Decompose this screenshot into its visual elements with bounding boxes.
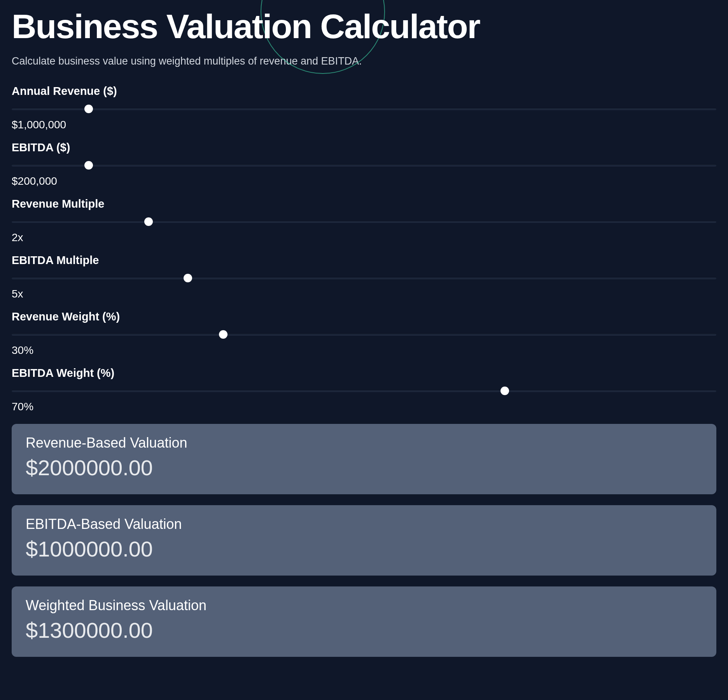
slider-thumb[interactable] bbox=[219, 330, 228, 339]
weighted-valuation-card: Weighted Business Valuation $1300000.00 bbox=[12, 586, 716, 657]
revenue-weight-group: Revenue Weight (%) 30% bbox=[12, 310, 716, 357]
ebitda-based-valuation-label: EBITDA-Based Valuation bbox=[26, 516, 702, 532]
slider-track bbox=[12, 108, 716, 110]
revenue-multiple-value: 2x bbox=[12, 231, 716, 244]
ebitda-weight-value: 70% bbox=[12, 401, 716, 413]
revenue-based-valuation-label: Revenue-Based Valuation bbox=[26, 435, 702, 451]
revenue-multiple-group: Revenue Multiple 2x bbox=[12, 198, 716, 244]
ebitda-multiple-group: EBITDA Multiple 5x bbox=[12, 254, 716, 300]
ebitda-multiple-value: 5x bbox=[12, 288, 716, 300]
ebitda-multiple-slider[interactable] bbox=[12, 274, 716, 282]
slider-thumb[interactable] bbox=[500, 387, 509, 395]
page-description: Calculate business value using weighted … bbox=[12, 55, 716, 67]
ebitda-label: EBITDA ($) bbox=[12, 141, 716, 154]
annual-revenue-slider[interactable] bbox=[12, 105, 716, 113]
revenue-multiple-slider[interactable] bbox=[12, 217, 716, 226]
ebitda-slider[interactable] bbox=[12, 161, 716, 170]
slider-thumb[interactable] bbox=[84, 105, 93, 113]
revenue-weight-value: 30% bbox=[12, 344, 716, 357]
annual-revenue-label: Annual Revenue ($) bbox=[12, 85, 716, 98]
weighted-valuation-label: Weighted Business Valuation bbox=[26, 597, 702, 614]
slider-thumb[interactable] bbox=[184, 274, 192, 282]
slider-track bbox=[12, 333, 716, 336]
page-title: Business Valuation Calculator bbox=[12, 8, 716, 46]
revenue-multiple-label: Revenue Multiple bbox=[12, 198, 716, 210]
ebitda-weight-slider[interactable] bbox=[12, 387, 716, 395]
slider-track bbox=[12, 277, 716, 279]
revenue-based-valuation-card: Revenue-Based Valuation $2000000.00 bbox=[12, 424, 716, 494]
weighted-valuation-value: $1300000.00 bbox=[26, 618, 702, 643]
ebitda-multiple-label: EBITDA Multiple bbox=[12, 254, 716, 267]
annual-revenue-value: $1,000,000 bbox=[12, 119, 716, 131]
slider-track bbox=[12, 390, 716, 392]
ebitda-based-valuation-value: $1000000.00 bbox=[26, 536, 702, 562]
ebitda-weight-label: EBITDA Weight (%) bbox=[12, 367, 716, 380]
slider-track bbox=[12, 164, 716, 166]
slider-track bbox=[12, 220, 716, 223]
ebitda-based-valuation-card: EBITDA-Based Valuation $1000000.00 bbox=[12, 505, 716, 576]
revenue-weight-slider[interactable] bbox=[12, 330, 716, 339]
annual-revenue-group: Annual Revenue ($) $1,000,000 bbox=[12, 85, 716, 131]
ebitda-weight-group: EBITDA Weight (%) 70% bbox=[12, 367, 716, 413]
revenue-based-valuation-value: $2000000.00 bbox=[26, 455, 702, 480]
ebitda-value: $200,000 bbox=[12, 175, 716, 187]
slider-thumb[interactable] bbox=[84, 161, 93, 170]
revenue-weight-label: Revenue Weight (%) bbox=[12, 310, 716, 323]
ebitda-group: EBITDA ($) $200,000 bbox=[12, 141, 716, 187]
slider-thumb[interactable] bbox=[144, 217, 153, 226]
